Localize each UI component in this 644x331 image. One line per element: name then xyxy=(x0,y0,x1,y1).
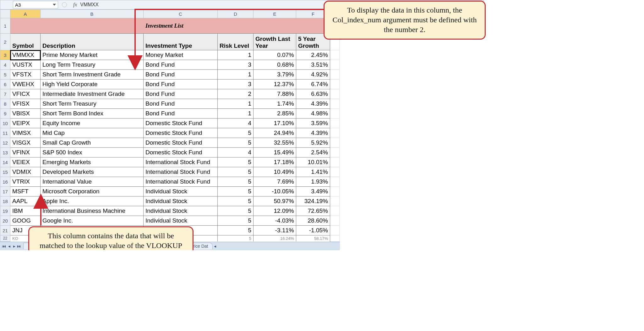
col-header-b[interactable]: B xyxy=(41,10,144,18)
row-header[interactable]: 1 xyxy=(0,18,10,34)
cell[interactable]: Small Cap Growth xyxy=(41,138,144,148)
cell[interactable]: 15.49% xyxy=(254,148,296,157)
blank-cell[interactable] xyxy=(330,187,340,196)
header-cell-c[interactable]: Investment Type xyxy=(144,34,218,50)
blank-cell[interactable] xyxy=(330,235,340,242)
row-header[interactable]: 15 xyxy=(0,167,10,177)
row-header[interactable]: 5 xyxy=(0,70,10,80)
cell[interactable]: Bond Fund xyxy=(144,99,218,109)
cell[interactable]: Short Term Treasury xyxy=(41,99,144,109)
cell[interactable]: GOOG xyxy=(10,216,41,226)
row-header[interactable]: 21 xyxy=(0,226,10,235)
cell[interactable]: Individual Stock xyxy=(144,196,218,206)
cell[interactable]: 2 xyxy=(218,89,254,99)
cell[interactable]: International Business Machine xyxy=(41,206,144,216)
cell[interactable]: Bond Fund xyxy=(144,89,218,99)
cell[interactable]: 50.97% xyxy=(254,196,296,206)
tab-nav-next-icon[interactable]: ▸ xyxy=(12,244,16,249)
cell[interactable]: 17.18% xyxy=(254,157,296,167)
cell[interactable]: 7.69% xyxy=(254,177,296,187)
blank-cell[interactable] xyxy=(330,196,340,206)
select-all-corner[interactable] xyxy=(0,10,10,18)
cell[interactable]: Short Term Bond Index xyxy=(41,109,144,119)
cell[interactable]: Individual Stock xyxy=(144,187,218,196)
cell[interactable]: 5 xyxy=(218,128,254,138)
cell[interactable]: 2.54% xyxy=(296,148,330,157)
col-header-d[interactable]: D xyxy=(218,10,254,18)
tab-nav-first-icon[interactable]: ⏮ xyxy=(2,244,6,249)
cell[interactable]: 10.49% xyxy=(254,167,296,177)
cell[interactable]: 5 xyxy=(218,138,254,148)
cell[interactable]: 4.39% xyxy=(296,128,330,138)
cell[interactable]: 4.92% xyxy=(296,70,330,80)
cell[interactable]: VUSTX xyxy=(10,60,41,70)
cell[interactable]: Developed Markets xyxy=(41,167,144,177)
cell[interactable]: 6.74% xyxy=(296,80,330,89)
blank-cell[interactable] xyxy=(330,89,340,99)
cell[interactable]: 12.09% xyxy=(254,206,296,216)
cell[interactable]: Prime Money Market xyxy=(41,50,144,60)
cell[interactable]: 4 xyxy=(218,148,254,157)
cell[interactable]: International Stock Fund xyxy=(144,157,218,167)
cell[interactable]: Domestic Stock Fund xyxy=(144,128,218,138)
blank-cell[interactable] xyxy=(330,216,340,226)
cell[interactable]: VBISX xyxy=(10,109,41,119)
cell[interactable]: International Stock Fund xyxy=(144,167,218,177)
formula-input[interactable]: fx VMMXX xyxy=(73,2,99,8)
cell[interactable]: VISGX xyxy=(10,138,41,148)
cell[interactable]: 10.01% xyxy=(296,157,330,167)
header-cell-d[interactable]: Risk Level xyxy=(218,34,254,50)
cell[interactable]: Bond Fund xyxy=(144,80,218,89)
cell[interactable]: MSFT xyxy=(10,187,41,196)
cell[interactable]: 3.79% xyxy=(254,70,296,80)
cell[interactable]: VIMSX xyxy=(10,128,41,138)
cell[interactable]: 1.74% xyxy=(254,99,296,109)
cell[interactable]: IBM xyxy=(10,206,41,216)
row-header[interactable]: 18 xyxy=(0,196,10,206)
cell[interactable]: Mid Cap xyxy=(41,128,144,138)
blank-cell[interactable] xyxy=(330,226,340,235)
cell[interactable]: Bond Fund xyxy=(144,60,218,70)
cell[interactable]: 1 xyxy=(218,70,254,80)
row-header[interactable]: 3 xyxy=(0,50,10,60)
cell[interactable]: High Yield Corporate xyxy=(41,80,144,89)
cell[interactable]: 324.19% xyxy=(296,196,330,206)
cell[interactable]: -3.11% xyxy=(254,226,296,235)
cell[interactable]: Domestic Stock Fund xyxy=(144,138,218,148)
blank-cell[interactable] xyxy=(330,80,340,89)
cell[interactable]: 5 xyxy=(218,196,254,206)
row-header[interactable]: 20 xyxy=(0,216,10,226)
cell[interactable]: 0.68% xyxy=(254,60,296,70)
cell[interactable]: Individual Stock xyxy=(144,216,218,226)
cell[interactable]: 28.60% xyxy=(296,216,330,226)
cell[interactable]: 2.85% xyxy=(254,109,296,119)
title-cell[interactable]: Investment List xyxy=(10,18,330,34)
cell[interactable]: 72.65% xyxy=(296,206,330,216)
cell[interactable]: AAPL xyxy=(10,196,41,206)
blank-cell[interactable] xyxy=(330,206,340,216)
blank-cell[interactable] xyxy=(330,109,340,119)
blank-cell[interactable] xyxy=(330,70,340,80)
row-header[interactable]: 6 xyxy=(0,80,10,89)
cell[interactable]: Domestic Stock Fund xyxy=(144,148,218,157)
blank-cell[interactable] xyxy=(330,60,340,70)
cell[interactable]: 0.07% xyxy=(254,50,296,60)
cell[interactable]: 4 xyxy=(218,119,254,128)
cell[interactable]: VEIPX xyxy=(10,119,41,128)
cell[interactable]: Google Inc. xyxy=(41,216,144,226)
cell[interactable]: Microsoft Corporation xyxy=(41,187,144,196)
cell[interactable]: 5 xyxy=(218,177,254,187)
cell[interactable]: 12.37% xyxy=(254,80,296,89)
header-cell-a[interactable]: Symbol xyxy=(10,34,41,50)
blank-cell[interactable] xyxy=(330,148,340,157)
cell[interactable]: Apple Inc. xyxy=(41,196,144,206)
cell[interactable]: 3.51% xyxy=(296,60,330,70)
blank-cell[interactable] xyxy=(330,138,340,148)
cell[interactable]: 5 xyxy=(218,187,254,196)
cell[interactable]: VFSTX xyxy=(10,70,41,80)
blank-cell[interactable] xyxy=(330,157,340,167)
cell[interactable]: Bond Fund xyxy=(144,70,218,80)
row-header[interactable]: 22 xyxy=(0,235,10,242)
cell[interactable]: Long Term Treasury xyxy=(41,60,144,70)
row-header[interactable]: 14 xyxy=(0,157,10,167)
